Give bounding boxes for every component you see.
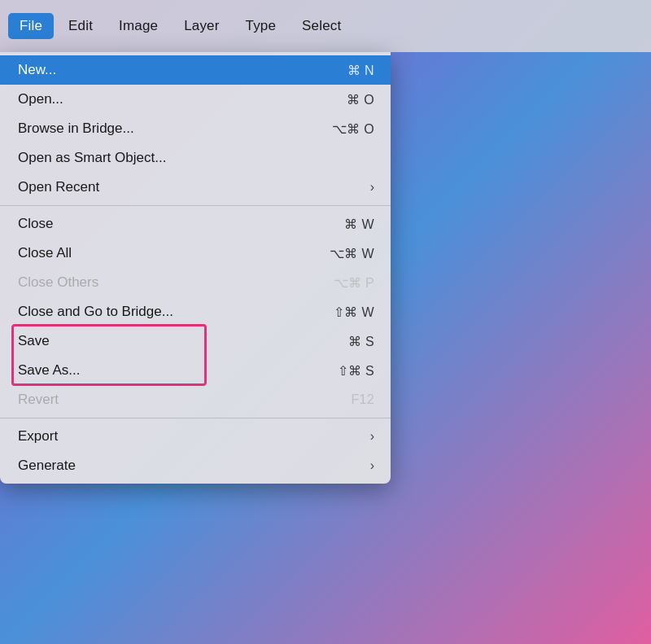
menu-item-save-shortcut: ⌘ S (348, 334, 374, 349)
menu-item-export[interactable]: Export › (0, 422, 391, 451)
menu-item-new[interactable]: New... ⌘ N (0, 55, 391, 85)
menu-item-close-all-shortcut: ⌥⌘ W (330, 246, 374, 261)
menu-item-generate[interactable]: Generate › (0, 451, 391, 480)
menu-bar-item-image[interactable]: Image (107, 13, 169, 39)
menu-item-new-shortcut: ⌘ N (347, 63, 374, 78)
separator-1 (0, 205, 391, 206)
menu-item-close-all[interactable]: Close All ⌥⌘ W (0, 239, 391, 268)
menu-item-browse-shortcut: ⌥⌘ O (332, 121, 374, 137)
menu-item-close-bridge[interactable]: Close and Go to Bridge... ⇧⌘ W (0, 297, 391, 326)
menu-item-save-label: Save (18, 333, 50, 349)
menu-item-open[interactable]: Open... ⌘ O (0, 85, 391, 114)
menu-item-revert: Revert F12 (0, 385, 391, 414)
file-dropdown-menu: New... ⌘ N Open... ⌘ O Browse in Bridge.… (0, 52, 391, 484)
menu-item-close-label: Close (18, 216, 53, 232)
submenu-export-arrow-icon: › (370, 429, 374, 444)
menu-item-open-smart-label: Open as Smart Object... (18, 150, 166, 166)
menu-item-generate-label: Generate (18, 458, 76, 474)
menu-item-revert-shortcut: F12 (351, 392, 374, 407)
submenu-generate-arrow-icon: › (370, 458, 374, 473)
menu-item-open-shortcut: ⌘ O (347, 92, 374, 107)
menu-item-save-as[interactable]: Save As... ⇧⌘ S (0, 356, 391, 385)
menu-bar: File Edit Image Layer Type Select (0, 0, 651, 52)
menu-item-close-others-shortcut: ⌥⌘ P (334, 275, 374, 291)
menu-item-save-as-shortcut: ⇧⌘ S (338, 363, 374, 379)
menu-item-export-label: Export (18, 428, 58, 445)
menu-item-revert-label: Revert (18, 392, 59, 408)
menu-bar-item-layer[interactable]: Layer (173, 13, 230, 39)
menu-bar-item-edit[interactable]: Edit (57, 13, 104, 39)
menu-bar-item-type[interactable]: Type (234, 13, 288, 39)
menu-item-save-as-label: Save As... (18, 362, 81, 379)
menu-item-open-recent[interactable]: Open Recent › (0, 173, 391, 202)
menu-item-open-smart[interactable]: Open as Smart Object... (0, 143, 391, 173)
menu-bar-item-file[interactable]: File (8, 13, 54, 39)
menu-bar-item-select[interactable]: Select (291, 13, 352, 39)
menu-item-browse[interactable]: Browse in Bridge... ⌥⌘ O (0, 114, 391, 143)
menu-item-open-label: Open... (18, 91, 63, 107)
submenu-arrow-icon: › (370, 180, 374, 195)
menu-item-close[interactable]: Close ⌘ W (0, 209, 391, 239)
menu-item-close-all-label: Close All (18, 245, 72, 261)
menu-item-save[interactable]: Save ⌘ S (0, 326, 391, 356)
menu-item-open-recent-label: Open Recent (18, 179, 99, 195)
separator-2 (0, 418, 391, 418)
menu-item-close-shortcut: ⌘ W (344, 217, 374, 232)
menu-item-close-bridge-label: Close and Go to Bridge... (18, 304, 173, 320)
menu-item-close-others: Close Others ⌥⌘ P (0, 268, 391, 297)
menu-item-new-label: New... (18, 62, 56, 78)
menu-item-browse-label: Browse in Bridge... (18, 120, 134, 137)
menu-item-close-others-label: Close Others (18, 274, 98, 291)
menu-item-close-bridge-shortcut: ⇧⌘ W (334, 304, 374, 320)
